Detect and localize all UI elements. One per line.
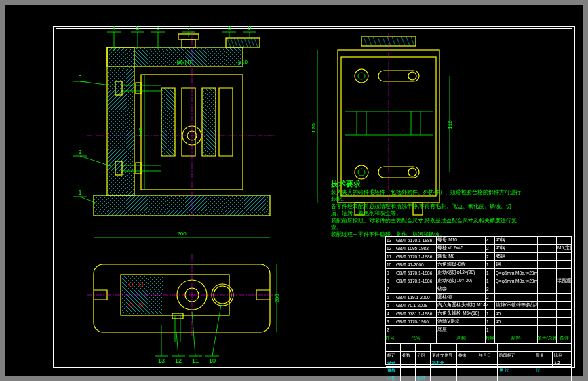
front-view: 200 145 φ6(H7) φ10 4 5 6 7 8 9 3 2 1 [73,34,283,224]
svg-text:200: 200 [274,294,280,303]
svg-rect-75 [172,313,183,319]
parts-list: 13GB/T 6170.1-1986螺母 M10445钢 12GB/T 1095… [386,237,572,344]
bolt-lower [115,161,161,175]
dim-width: 200 [177,230,187,237]
svg-line-97 [383,37,386,46]
balloons-bottom: 13 12 11 10 [155,305,221,364]
svg-text:12: 12 [175,357,182,364]
svg-text:4: 4 [112,24,115,31]
svg-line-10 [231,38,234,47]
svg-line-11 [234,38,237,47]
notes-line: 装配前应按照、对零件的主要配合尺寸,特别是过盈配合尺寸及相关精度进行复查。 [331,218,521,232]
svg-text:6: 6 [156,24,159,31]
notes-line: 装入夹具的铸件毛坯件（包括外购件、外协件）、须经检验合格的部件方可进行装配。 [331,189,521,203]
svg-text:10: 10 [209,357,216,364]
cad-canvas[interactable]: 200 145 φ6(H7) φ10 4 5 6 7 8 9 3 2 1 [5,5,583,376]
svg-text:2: 2 [78,148,81,155]
svg-line-100 [397,37,400,46]
svg-line-96 [378,37,381,46]
svg-text:116: 116 [447,120,453,129]
table-row: 4GB/T 5781.1-1986六角头螺栓 M6×(10)145 [386,310,572,318]
svg-text:5: 5 [136,24,139,31]
svg-point-110 [355,165,368,179]
svg-line-53 [80,81,111,85]
svg-line-101 [401,37,405,46]
svg-text:13: 13 [158,357,165,364]
svg-rect-3 [94,195,270,216]
technical-notes: 技术要求 装入夹具的铸件毛坯件（包括外购件、外协件）、须经检验合格的部件方可进行… [331,179,521,239]
svg-line-9 [227,38,231,47]
svg-text:1: 1 [78,189,81,196]
svg-point-106 [355,69,368,83]
svg-point-109 [408,72,416,80]
svg-point-113 [408,168,416,176]
svg-line-16 [251,38,254,47]
svg-rect-19 [182,39,195,47]
svg-rect-27 [136,163,141,174]
svg-line-86 [192,312,195,356]
bolt-upper [115,81,161,95]
svg-line-98 [387,37,391,46]
svg-line-12 [237,38,241,47]
svg-text:9: 9 [248,24,251,31]
svg-rect-23 [136,83,141,94]
dim-height: 145 [138,127,144,137]
table-row: 6GB/T 119.1-2000圆柱销2 [386,294,572,302]
svg-line-56 [80,156,111,166]
svg-point-107 [358,73,365,79]
svg-line-14 [244,38,248,47]
svg-line-102 [406,37,410,46]
notes-line: 各零件经装配前必须清理和清洗干净,不得有毛刺、飞边、氧化皮、锈蚀、切屑、油污、着… [331,203,521,218]
svg-line-13 [241,38,244,47]
table-row: 5GB/T 70.1-2008内六角圆柱头螺钉 M14×504镀锌/不镀锌等多品… [386,302,572,310]
svg-line-17 [254,38,258,47]
svg-line-93 [364,37,367,46]
svg-text:170: 170 [311,123,317,133]
table-header: 序号代号名称数量材料单件/总件备注 [386,334,572,344]
table-row: 7钻套2 [386,285,572,294]
table-row: 11GB/T 6170.1-1986螺母 M8245钢 [386,253,572,261]
table-row: 2底座1 [386,326,572,334]
table-row: 12GB/T 1095-1982螺栓M12×45245钢M5,定位销 [386,245,572,253]
svg-line-15 [248,38,251,47]
table-row: 9GB/T 6170.1-1986止动销钉φ12×(20)1Q=φ6mm,M8a… [386,269,572,277]
svg-text:11: 11 [192,357,199,364]
svg-text:8: 8 [227,24,231,31]
svg-line-83 [176,332,178,356]
svg-line-95 [373,37,376,46]
svg-point-111 [358,169,365,176]
dim-slot2: φ10 [238,59,248,65]
table-row: 8GB/T 6170.1-1986止动销钉10×(20)1Q=φ6mm,M8a,… [386,277,572,285]
title-block: 13GB/T 6170.1-1986螺母 M10445钢 12GB/T 1095… [385,236,572,365]
svg-line-99 [392,37,395,46]
table-row: 13GB/T 6170.1-1986螺母 M10445钢 [386,237,572,245]
svg-rect-5 [107,47,134,195]
dim-slot1: φ6(H7) [176,59,194,65]
svg-line-89 [212,305,221,356]
table-row: 10GB/T 41-2000六角螺母-C级1钢 [386,261,572,269]
table-row: 3GB/T 6170-1986活动V形块145 [386,318,572,326]
title-footer: 标记处数分区更改文件号签名年月日阶段标记质量比例 设计标准化1:2 审核第 张张… [386,344,572,381]
svg-text:7: 7 [187,24,190,31]
svg-line-94 [368,37,372,46]
top-view: 200 13 12 11 10 [73,258,283,359]
notes-title: 技术要求 [331,179,521,189]
svg-line-103 [411,37,414,46]
svg-text:3: 3 [78,74,81,81]
